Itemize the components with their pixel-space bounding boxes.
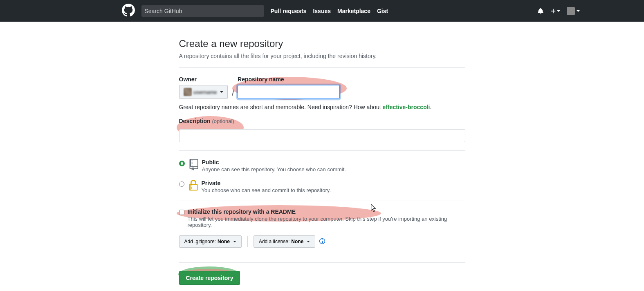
repo-name-label: Repository name: [238, 76, 340, 83]
repo-name-field: Repository name: [238, 76, 340, 99]
owner-label: Owner: [179, 76, 228, 83]
github-logo-icon[interactable]: [122, 4, 135, 18]
nav-gist[interactable]: Gist: [377, 8, 388, 14]
caret-down-icon: [307, 241, 310, 242]
create-new-icon[interactable]: [550, 8, 560, 14]
page-title: Create a new repository: [179, 38, 465, 49]
visibility-section: Public Anyone can see this repository. Y…: [179, 150, 465, 201]
owner-avatar: [184, 88, 192, 96]
public-title: Public: [202, 159, 346, 166]
avatar: [567, 7, 575, 15]
nav-issues[interactable]: Issues: [313, 8, 331, 14]
repo-name-suggestion[interactable]: effective-broccoli: [383, 104, 430, 110]
separator: [247, 236, 248, 247]
init-readme-checkbox[interactable]: [179, 210, 184, 215]
repo-name-input[interactable]: [238, 85, 340, 99]
owner-name: username: [193, 89, 217, 95]
repo-name-hint: Great repository names are short and mem…: [179, 104, 465, 110]
notifications-icon[interactable]: [537, 8, 544, 14]
caret-down-icon: [220, 91, 223, 93]
user-menu[interactable]: [567, 7, 580, 15]
private-title: Private: [202, 180, 331, 186]
init-readme-desc: This will let you immediately clone the …: [188, 216, 465, 228]
caret-down-icon: [233, 241, 236, 242]
submit-row: Create repository: [179, 262, 465, 291]
slash-separator: /: [232, 87, 234, 98]
owner-select[interactable]: username: [179, 85, 228, 99]
visibility-private-row[interactable]: Private You choose who can see and commi…: [179, 180, 465, 193]
license-select[interactable]: Add a license: None: [254, 235, 315, 248]
top-header: Pull requests Issues Marketplace Gist: [0, 0, 644, 22]
gitignore-select[interactable]: Add .gitignore: None: [179, 235, 242, 248]
visibility-public-row[interactable]: Public Anyone can see this repository. Y…: [179, 159, 465, 172]
init-readme-title: Initialize this repository with a README: [188, 208, 465, 215]
info-icon[interactable]: [319, 238, 325, 246]
nav-marketplace[interactable]: Marketplace: [337, 8, 370, 14]
description-label: Description (optional): [179, 118, 465, 124]
visibility-private-radio[interactable]: [179, 181, 184, 187]
nav-pull-requests[interactable]: Pull requests: [271, 8, 307, 14]
private-desc: You choose who can see and commit to thi…: [202, 187, 331, 193]
owner-field: Owner username: [179, 76, 228, 99]
description-input[interactable]: [179, 129, 465, 142]
visibility-public-radio[interactable]: [179, 161, 185, 166]
search-input[interactable]: [141, 5, 264, 17]
lock-icon: [188, 180, 200, 193]
top-nav: Pull requests Issues Marketplace Gist: [271, 8, 388, 14]
main-content: Create a new repository A repository con…: [179, 38, 465, 291]
create-repository-button[interactable]: Create repository: [179, 271, 240, 285]
page-subtitle: A repository contains all the files for …: [179, 53, 465, 59]
public-desc: Anyone can see this repository. You choo…: [202, 166, 346, 172]
init-section: Initialize this repository with a README…: [179, 201, 465, 255]
repo-icon: [189, 159, 200, 172]
